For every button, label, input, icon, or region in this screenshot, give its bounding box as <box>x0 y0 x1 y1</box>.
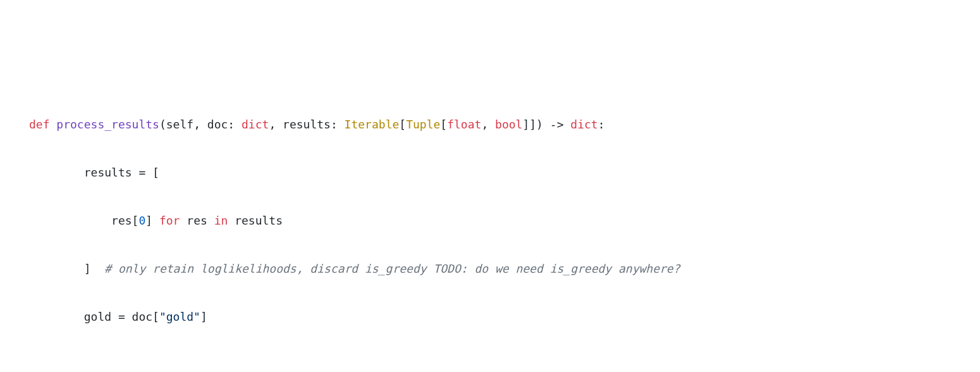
lparen: ( <box>159 118 166 131</box>
code-line-5: gold = doc["gold"] <box>0 305 980 329</box>
code-line-1: def process_results(self, doc: dict, res… <box>0 113 980 137</box>
type-iterable: Iterable <box>345 118 400 131</box>
code-line-2: results = [ <box>0 161 980 185</box>
type-tuple: Tuple <box>406 118 440 131</box>
code-line-3: res[0] for res in results <box>0 209 980 233</box>
string-gold: "gold" <box>159 310 200 323</box>
type-dict: dict <box>242 118 269 131</box>
keyword-def: def <box>29 118 50 131</box>
return-type: dict <box>570 118 597 131</box>
index-zero: 0 <box>138 214 145 227</box>
comment: # only retain loglikelihoods, discard is… <box>104 262 680 275</box>
code-line-4: ] # only retain loglikelihoods, discard … <box>0 257 980 281</box>
var-results: results <box>84 166 132 179</box>
function-name: process_results <box>56 118 159 131</box>
type-float: float <box>447 118 481 131</box>
param-self: self <box>166 118 193 131</box>
param-results: results <box>283 118 331 131</box>
param-doc: doc <box>207 118 228 131</box>
var-gold: gold <box>84 310 111 323</box>
keyword-for: for <box>159 214 180 227</box>
keyword-in: in <box>214 214 228 227</box>
type-bool: bool <box>495 118 522 131</box>
